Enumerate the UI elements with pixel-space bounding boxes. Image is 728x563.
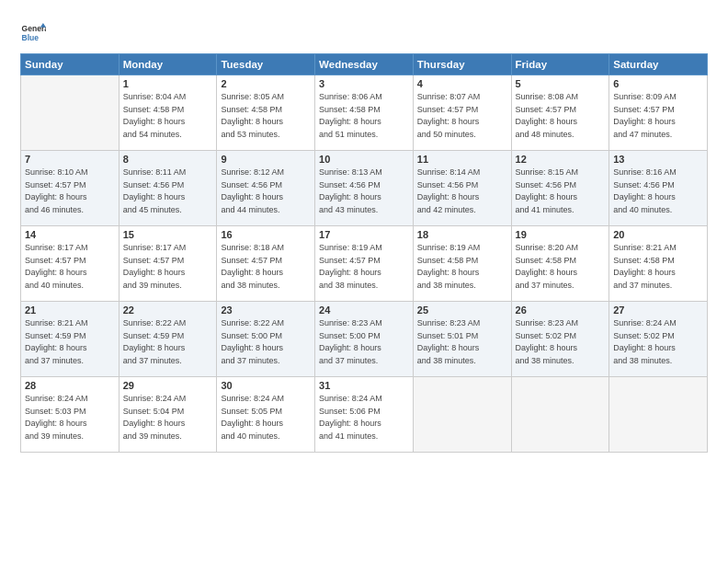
- day-info: Sunrise: 8:22 AMSunset: 4:59 PMDaylight:…: [123, 317, 213, 367]
- day-number: 3: [319, 78, 409, 89]
- day-number: 1: [123, 78, 213, 89]
- day-number: 14: [25, 229, 115, 240]
- day-info: Sunrise: 8:24 AMSunset: 5:03 PMDaylight:…: [25, 393, 115, 442]
- calendar-week-row: 28Sunrise: 8:24 AMSunset: 5:03 PMDayligh…: [21, 377, 708, 453]
- day-number: 30: [221, 380, 311, 391]
- day-info: Sunrise: 8:24 AMSunset: 5:04 PMDaylight:…: [123, 393, 213, 442]
- day-number: 18: [417, 229, 507, 240]
- header: General Blue: [20, 17, 708, 46]
- calendar-day-cell: 2Sunrise: 8:05 AMSunset: 4:58 PMDaylight…: [217, 75, 315, 151]
- day-info: Sunrise: 8:05 AMSunset: 4:58 PMDaylight:…: [221, 91, 311, 141]
- logo: General Blue: [20, 20, 46, 46]
- calendar-day-cell: 5Sunrise: 8:08 AMSunset: 4:57 PMDaylight…: [511, 75, 609, 151]
- header-day: Wednesday: [315, 54, 414, 75]
- calendar-day-cell: 7Sunrise: 8:10 AMSunset: 4:57 PMDaylight…: [21, 151, 119, 226]
- day-number: 27: [613, 304, 703, 316]
- day-number: 17: [319, 229, 409, 240]
- header-day: Friday: [511, 54, 609, 75]
- day-number: 22: [123, 304, 213, 316]
- header-day: Saturday: [609, 54, 708, 75]
- day-number: 10: [319, 154, 409, 165]
- calendar-day-cell: 15Sunrise: 8:17 AMSunset: 4:57 PMDayligh…: [119, 226, 217, 302]
- day-info: Sunrise: 8:14 AMSunset: 4:56 PMDaylight:…: [417, 167, 507, 216]
- calendar-day-cell: 26Sunrise: 8:23 AMSunset: 5:02 PMDayligh…: [511, 302, 609, 377]
- day-info: Sunrise: 8:07 AMSunset: 4:57 PMDaylight:…: [417, 91, 507, 141]
- day-number: 12: [516, 154, 606, 165]
- calendar-day-cell: 14Sunrise: 8:17 AMSunset: 4:57 PMDayligh…: [21, 226, 119, 302]
- calendar-table: SundayMondayTuesdayWednesdayThursdayFrid…: [20, 53, 708, 453]
- day-number: 11: [417, 154, 507, 165]
- day-number: 25: [417, 304, 507, 316]
- calendar-day-cell: 9Sunrise: 8:12 AMSunset: 4:56 PMDaylight…: [217, 151, 315, 226]
- day-number: 2: [221, 78, 311, 89]
- day-number: 26: [516, 304, 606, 316]
- day-number: 20: [613, 229, 703, 240]
- svg-text:Blue: Blue: [22, 33, 40, 42]
- day-info: Sunrise: 8:04 AMSunset: 4:58 PMDaylight:…: [123, 91, 213, 141]
- calendar-day-cell: 12Sunrise: 8:15 AMSunset: 4:56 PMDayligh…: [511, 151, 609, 226]
- day-info: Sunrise: 8:10 AMSunset: 4:57 PMDaylight:…: [25, 167, 115, 216]
- day-number: 8: [123, 154, 213, 165]
- day-number: 5: [516, 78, 606, 89]
- calendar-day-cell: 11Sunrise: 8:14 AMSunset: 4:56 PMDayligh…: [413, 151, 511, 226]
- day-number: 29: [123, 380, 213, 391]
- day-info: Sunrise: 8:21 AMSunset: 4:59 PMDaylight:…: [25, 317, 115, 367]
- calendar-day-cell: 31Sunrise: 8:24 AMSunset: 5:06 PMDayligh…: [315, 377, 414, 453]
- day-info: Sunrise: 8:09 AMSunset: 4:57 PMDaylight:…: [613, 91, 703, 141]
- day-info: Sunrise: 8:12 AMSunset: 4:56 PMDaylight:…: [221, 167, 311, 216]
- calendar-day-cell: 28Sunrise: 8:24 AMSunset: 5:03 PMDayligh…: [21, 377, 119, 453]
- day-number: 7: [25, 154, 115, 165]
- day-info: Sunrise: 8:23 AMSunset: 5:00 PMDaylight:…: [319, 317, 409, 367]
- calendar-day-cell: 16Sunrise: 8:18 AMSunset: 4:57 PMDayligh…: [217, 226, 315, 302]
- day-number: 28: [25, 380, 115, 391]
- calendar-day-cell: 21Sunrise: 8:21 AMSunset: 4:59 PMDayligh…: [21, 302, 119, 377]
- day-info: Sunrise: 8:17 AMSunset: 4:57 PMDaylight:…: [25, 242, 115, 292]
- day-info: Sunrise: 8:24 AMSunset: 5:06 PMDaylight:…: [319, 393, 409, 442]
- calendar-day-cell: [413, 377, 511, 453]
- calendar-week-row: 1Sunrise: 8:04 AMSunset: 4:58 PMDaylight…: [21, 75, 708, 151]
- calendar-day-cell: 6Sunrise: 8:09 AMSunset: 4:57 PMDaylight…: [609, 75, 708, 151]
- day-number: 9: [221, 154, 311, 165]
- day-info: Sunrise: 8:11 AMSunset: 4:56 PMDaylight:…: [123, 167, 213, 216]
- logo-icon: General Blue: [20, 20, 46, 46]
- header-day: Thursday: [413, 54, 511, 75]
- calendar-day-cell: 20Sunrise: 8:21 AMSunset: 4:58 PMDayligh…: [609, 226, 708, 302]
- day-number: 4: [417, 78, 507, 89]
- day-number: 23: [221, 304, 311, 316]
- day-info: Sunrise: 8:24 AMSunset: 5:05 PMDaylight:…: [221, 393, 311, 442]
- header-day: Tuesday: [217, 54, 315, 75]
- calendar-week-row: 7Sunrise: 8:10 AMSunset: 4:57 PMDaylight…: [21, 151, 708, 226]
- calendar-day-cell: 10Sunrise: 8:13 AMSunset: 4:56 PMDayligh…: [315, 151, 414, 226]
- header-day: Monday: [119, 54, 217, 75]
- calendar-day-cell: [21, 75, 119, 151]
- calendar-day-cell: 1Sunrise: 8:04 AMSunset: 4:58 PMDaylight…: [119, 75, 217, 151]
- day-info: Sunrise: 8:19 AMSunset: 4:58 PMDaylight:…: [417, 242, 507, 292]
- day-info: Sunrise: 8:20 AMSunset: 4:58 PMDaylight:…: [516, 242, 606, 292]
- day-info: Sunrise: 8:23 AMSunset: 5:02 PMDaylight:…: [516, 317, 606, 367]
- calendar-day-cell: 18Sunrise: 8:19 AMSunset: 4:58 PMDayligh…: [413, 226, 511, 302]
- calendar-day-cell: 24Sunrise: 8:23 AMSunset: 5:00 PMDayligh…: [315, 302, 414, 377]
- calendar-day-cell: [609, 377, 708, 453]
- calendar-page: General Blue SundayMondayTuesdayWednesda…: [0, 0, 728, 563]
- calendar-day-cell: [511, 377, 609, 453]
- day-number: 16: [221, 229, 311, 240]
- day-number: 15: [123, 229, 213, 240]
- calendar-week-row: 14Sunrise: 8:17 AMSunset: 4:57 PMDayligh…: [21, 226, 708, 302]
- calendar-day-cell: 22Sunrise: 8:22 AMSunset: 4:59 PMDayligh…: [119, 302, 217, 377]
- day-number: 24: [319, 304, 409, 316]
- day-number: 6: [613, 78, 703, 89]
- calendar-day-cell: 17Sunrise: 8:19 AMSunset: 4:57 PMDayligh…: [315, 226, 414, 302]
- calendar-day-cell: 25Sunrise: 8:23 AMSunset: 5:01 PMDayligh…: [413, 302, 511, 377]
- calendar-day-cell: 23Sunrise: 8:22 AMSunset: 5:00 PMDayligh…: [217, 302, 315, 377]
- day-info: Sunrise: 8:18 AMSunset: 4:57 PMDaylight:…: [221, 242, 311, 292]
- day-info: Sunrise: 8:08 AMSunset: 4:57 PMDaylight:…: [516, 91, 606, 141]
- day-info: Sunrise: 8:19 AMSunset: 4:57 PMDaylight:…: [319, 242, 409, 292]
- calendar-day-cell: 30Sunrise: 8:24 AMSunset: 5:05 PMDayligh…: [217, 377, 315, 453]
- calendar-day-cell: 13Sunrise: 8:16 AMSunset: 4:56 PMDayligh…: [609, 151, 708, 226]
- day-number: 13: [613, 154, 703, 165]
- day-info: Sunrise: 8:16 AMSunset: 4:56 PMDaylight:…: [613, 167, 703, 216]
- calendar-day-cell: 27Sunrise: 8:24 AMSunset: 5:02 PMDayligh…: [609, 302, 708, 377]
- calendar-day-cell: 29Sunrise: 8:24 AMSunset: 5:04 PMDayligh…: [119, 377, 217, 453]
- calendar-day-cell: 19Sunrise: 8:20 AMSunset: 4:58 PMDayligh…: [511, 226, 609, 302]
- day-info: Sunrise: 8:15 AMSunset: 4:56 PMDaylight:…: [516, 167, 606, 216]
